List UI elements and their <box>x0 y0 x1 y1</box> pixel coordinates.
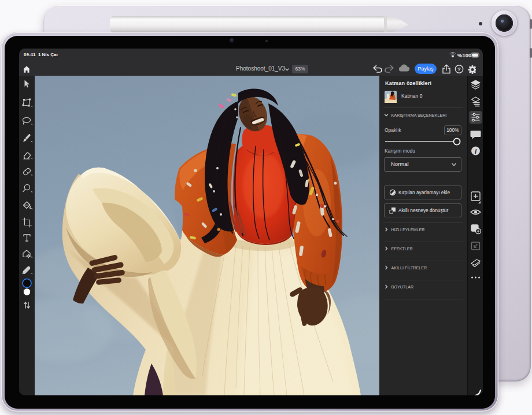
svg-text:?: ? <box>457 66 461 72</box>
svg-text:%100: %100 <box>457 52 471 58</box>
